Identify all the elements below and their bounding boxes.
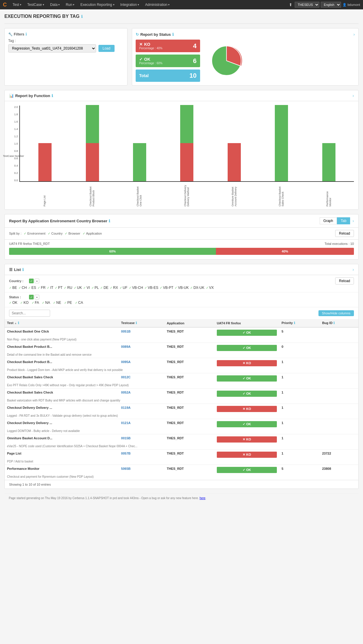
country-vb-uk: ✓ VB-UK [175, 286, 189, 290]
country-vb-ch: ✓ VB-CH [129, 286, 143, 290]
country-uk: ✓ UK [74, 286, 82, 290]
col-priority[interactable]: Priority ℹ [279, 319, 320, 327]
testcase-id[interactable]: 0121A [119, 419, 164, 428]
priority: 1 [279, 358, 320, 367]
status-pe: ✓ PE [64, 301, 72, 305]
ok-card: ✓ OK Percentage : 60% 6 [136, 55, 200, 67]
report-function-info-icon: ℹ [52, 94, 53, 98]
table-row: Page List 0057B THES_RDT ✕ KO 1 23722 [5, 450, 358, 459]
report-function-title: Report by Function [15, 94, 50, 98]
bug-id [320, 419, 358, 428]
nav-administration[interactable]: Administration ▾ [142, 3, 173, 7]
col-bugid[interactable]: Bug ID ℹ [320, 319, 358, 327]
testcase-id[interactable]: 0095A [119, 358, 164, 367]
testcase-id[interactable]: 5065B [119, 465, 164, 474]
priority: 0 [279, 343, 320, 352]
table-row: Non Reg - one click alias payment (New P… [5, 336, 358, 343]
test-name: Checkout Basket One Click [5, 327, 119, 336]
split-environment: ✓ Environment [24, 232, 45, 235]
priority: 1 [279, 450, 320, 459]
env-progress-red: 40% [216, 248, 354, 255]
tag-select[interactable]: Regression_Tests_uat01_UAT4_2016041208 [8, 44, 96, 52]
testcase-id[interactable]: 0089A [119, 343, 164, 352]
table-row: Basket valorization with RDT Bulky and M… [5, 397, 358, 404]
list-chevron[interactable]: › [352, 267, 354, 272]
test-name: Omniture Basket Account D... [5, 434, 119, 443]
bar-checkout-sales [259, 105, 304, 181]
status-checkbox-partial[interactable]: ▪ [35, 295, 39, 299]
application: THES_RDT [164, 358, 214, 367]
test-description: PDP / Add to basket [5, 458, 358, 465]
country-checkbox-partial[interactable]: ▪ [35, 279, 39, 283]
filters-info-icon: ℹ [25, 32, 27, 36]
status-ne: ✓ NE [53, 301, 61, 305]
testcase-id[interactable]: 0015B [119, 434, 164, 443]
testcase-id[interactable]: 0057B [119, 450, 164, 459]
language-select[interactable]: English [321, 2, 341, 8]
footer-link[interactable]: here [200, 496, 205, 500]
testcase-id[interactable]: 0051B [119, 327, 164, 336]
app-env-title: Report By Application Environement Count… [9, 219, 107, 223]
test-name: Checkout Basket Product B... [5, 343, 119, 352]
testcase-id[interactable]: 0119A [119, 404, 164, 413]
table-row: Checkout Basket Sales Check 0012C THES_R… [5, 373, 358, 382]
nav-execution-reporting[interactable]: Execution Reporting ▾ [77, 3, 117, 7]
test-name: Checkout Delivery Delivery ... [5, 404, 119, 413]
priority: 1 [279, 373, 320, 382]
bug-id: 23808 [320, 465, 358, 474]
nav-test[interactable]: Test ▾ [10, 3, 24, 7]
showing-entries: Showing 1 to 10 of 10 entries [5, 480, 358, 489]
load-button[interactable]: Load [98, 45, 115, 52]
logo: C [3, 2, 7, 8]
tab-tab-button[interactable]: Tab [337, 217, 350, 224]
col-test[interactable]: Test ▲ ℹ [5, 319, 119, 327]
split-application: ✓ Application [83, 232, 102, 235]
country-es: ✓ ES [28, 286, 36, 290]
search-input[interactable] [9, 310, 50, 317]
col-application[interactable]: Application [164, 319, 214, 327]
nav-testcase[interactable]: TestCase ▾ [24, 3, 47, 7]
app-env-chevron[interactable]: › [352, 218, 354, 223]
report-status-info-icon: ℹ [172, 32, 174, 37]
testcase-id[interactable]: 0052A [119, 389, 164, 398]
nav-run[interactable]: Run ▾ [63, 3, 77, 7]
report-status-chevron[interactable]: › [353, 32, 355, 37]
nav-data[interactable]: Data ▾ [47, 3, 63, 7]
testcase-id[interactable]: 0012C [119, 373, 164, 382]
env-total-executions: Total executions : 10 [325, 242, 354, 245]
country-rx: ✓ RX [110, 286, 118, 290]
table-row: Checkout Basket Product B... 0095A THES_… [5, 358, 358, 367]
show-hide-columns-button[interactable]: Show/Hide columns [318, 310, 354, 316]
application: THES_RDT [164, 404, 214, 413]
project-select[interactable]: THESEUS [295, 2, 319, 8]
report-status-panel: ↻ Report by Status ℹ › ✕ KO Percentage :… [132, 28, 359, 86]
application: THES_RDT [164, 389, 214, 398]
table-row: Checkout Delivery Delivery ... 0119A THE… [5, 404, 358, 413]
bug-id [320, 404, 358, 413]
report-function-chevron[interactable]: › [352, 93, 354, 98]
nav-integration[interactable]: Integration ▾ [117, 3, 142, 7]
application: THES_RDT [164, 327, 214, 336]
col-testcase[interactable]: Testcase ℹ [119, 319, 164, 327]
graph-tab-button[interactable]: Graph [320, 217, 337, 224]
filters-panel: 🔧 Filters ℹ Tag : Regression_Tests_uat01… [4, 28, 127, 86]
bar-page-list [23, 105, 67, 181]
col-uat4[interactable]: UAT4 FR firefox [214, 319, 279, 327]
country-checkbox-all[interactable]: ✓ [29, 279, 34, 283]
test-name: Checkout Basket Product B... [5, 358, 119, 367]
env-reload-button[interactable]: Reload [335, 230, 354, 237]
footer: Page started generating on Thu May 19 20… [4, 493, 359, 503]
status-ok: ✓ OK [9, 301, 17, 305]
top-nav: C Test ▾ TestCase ▾ Data ▾ Run ▾ Executi… [0, 0, 363, 9]
bug-id: 23722 [320, 450, 358, 459]
country-reload-button[interactable]: Reload [335, 277, 354, 284]
filters-label: Filters [14, 32, 24, 36]
status-checkbox-all[interactable]: ✓ [29, 295, 34, 299]
nav-upload-icon: ⬆ [289, 2, 292, 7]
list-title-text: List [14, 267, 21, 272]
table-row: Checkout and payment for Rpremium custom… [5, 474, 358, 480]
table-row: Logged - PA RDT and 3x BULKY - Validate … [5, 413, 358, 419]
table-row: Product block - Logged Dom tom - Add MKP… [5, 367, 358, 373]
status-badge: ✓ OK [214, 373, 279, 382]
table-row: Checkout Basket One Click 0051B THES_RDT… [5, 327, 358, 336]
